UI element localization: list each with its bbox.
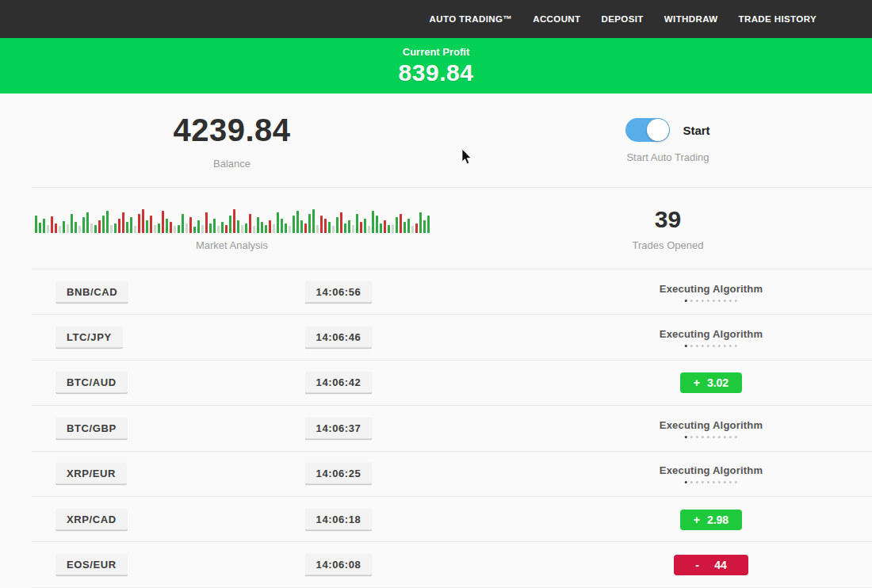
- pair-badge[interactable]: EOS/EUR: [55, 554, 128, 577]
- chart-bar: [98, 220, 101, 233]
- chart-bar: [166, 219, 168, 233]
- trade-status: -44: [674, 555, 748, 575]
- balance-value: 4239.84: [173, 113, 290, 148]
- time-badge[interactable]: 14:06:37: [305, 417, 373, 440]
- profit-badge: +3.02: [680, 372, 742, 393]
- nav-item-deposit[interactable]: DEPOSIT: [602, 14, 644, 24]
- auto-trading-block: Start Start Auto Trading: [464, 94, 872, 188]
- result-sign: +: [694, 514, 700, 526]
- nav-item-withdraw[interactable]: WITHDRAW: [664, 14, 718, 24]
- chart-bar: [82, 217, 85, 233]
- chart-bar: [197, 220, 200, 233]
- chart-bar: [122, 212, 124, 233]
- chart-bar: [269, 220, 271, 233]
- chart-bar: [233, 209, 235, 233]
- chart-bar: [245, 223, 247, 233]
- balance-label: Balance: [213, 158, 251, 170]
- nav-item-account[interactable]: ACCOUNT: [533, 14, 580, 24]
- chart-bar: [368, 226, 370, 233]
- chart-bar: [273, 224, 275, 233]
- chart-bar: [205, 212, 208, 233]
- time-badge[interactable]: 14:06:08: [305, 554, 373, 577]
- chart-bar: [332, 226, 335, 233]
- loss-badge: -44: [674, 555, 748, 575]
- chart-bar: [427, 216, 430, 233]
- chart-bar: [150, 216, 152, 233]
- trade-status: +2.98: [680, 510, 742, 530]
- chart-bar: [261, 222, 263, 233]
- chart-bar: [118, 219, 120, 233]
- profit-banner-label: Current Profit: [403, 46, 470, 58]
- pair-badge[interactable]: BNB/CAD: [55, 281, 128, 304]
- chart-bar: [403, 222, 406, 233]
- executing-label: Executing Algorithm: [660, 464, 763, 476]
- profit-banner: Current Profit 839.84: [0, 38, 872, 94]
- chart-bar: [316, 225, 319, 233]
- pair-badge[interactable]: LTC/JPY: [55, 326, 123, 349]
- trades-opened-value: 39: [655, 206, 681, 233]
- trades-opened-block: 39 Trades Opened: [464, 188, 872, 269]
- chart-bar: [344, 223, 346, 233]
- trade-status: Executing Algorithm: [660, 328, 763, 347]
- pair-badge[interactable]: XRP/EUR: [55, 463, 127, 486]
- chart-bar: [146, 220, 148, 233]
- result-sign: +: [694, 376, 700, 389]
- time-badge[interactable]: 14:06:56: [305, 281, 373, 304]
- progress-dots: [685, 300, 737, 302]
- nav-item-trade-history[interactable]: TRADE HISTORY: [739, 14, 817, 24]
- trades-opened-label: Trades Opened: [633, 239, 704, 251]
- chart-bar: [296, 211, 299, 233]
- chart-bar: [71, 214, 73, 233]
- chart-bar: [193, 227, 196, 233]
- nav-item-auto-trading[interactable]: AUTO TRADING™: [430, 14, 513, 24]
- time-badge[interactable]: 14:06:25: [305, 463, 373, 486]
- time-badge[interactable]: 14:06:46: [305, 326, 373, 349]
- chart-bar: [324, 219, 327, 233]
- chart-bar: [293, 216, 295, 233]
- pair-badge[interactable]: XRP/CAD: [55, 508, 128, 531]
- auto-trading-toggle[interactable]: [625, 118, 670, 142]
- chart-bar: [257, 217, 259, 233]
- chart-bar: [407, 219, 410, 233]
- chart-bar: [185, 223, 188, 233]
- chart-bar: [94, 225, 97, 233]
- chart-bar: [352, 225, 354, 233]
- nav-menu: AUTO TRADING™ACCOUNTDEPOSITWITHDRAWTRADE…: [430, 14, 817, 24]
- chart-bar: [213, 219, 216, 233]
- profit-banner-value: 839.84: [399, 59, 474, 86]
- chart-bar: [328, 222, 331, 233]
- market-analysis-block: Market Analysis: [0, 188, 464, 269]
- chart-bar: [189, 217, 192, 233]
- toggle-knob: [647, 119, 669, 141]
- chart-bar: [182, 214, 184, 233]
- chart-bar: [51, 216, 53, 233]
- chart-bar: [126, 222, 128, 233]
- chart-bar: [281, 219, 283, 233]
- chart-bar: [364, 219, 366, 233]
- pair-badge[interactable]: BTC/GBP: [55, 417, 128, 440]
- chart-bar: [63, 221, 65, 233]
- progress-dots: [685, 481, 737, 483]
- time-badge[interactable]: 14:06:18: [305, 508, 373, 531]
- chart-bar: [217, 226, 220, 233]
- progress-dots: [685, 345, 737, 347]
- pair-badge[interactable]: BTC/AUD: [55, 372, 128, 395]
- trade-status: +3.02: [680, 372, 742, 393]
- chart-bar: [423, 220, 426, 233]
- chart-bar: [249, 214, 251, 233]
- trade-row: LTC/JPY 14:06:46 Executing Algorithm: [0, 315, 872, 360]
- trade-row: XRP/CAD 14:06:18 +2.98: [0, 497, 872, 542]
- chart-bar: [43, 219, 45, 233]
- chart-bar: [154, 225, 156, 233]
- trade-status: Executing Algorithm: [660, 419, 763, 438]
- chart-bar: [336, 217, 338, 233]
- chart-bar: [90, 223, 93, 233]
- executing-label: Executing Algorithm: [660, 328, 763, 340]
- chart-bar: [130, 217, 132, 233]
- trade-status: Executing Algorithm: [660, 464, 763, 483]
- time-badge[interactable]: 14:06:42: [305, 372, 373, 395]
- trade-list: BNB/CAD 14:06:56 Executing Algorithm LTC…: [0, 269, 872, 588]
- chart-bar: [158, 223, 160, 233]
- toggle-label: Start: [683, 124, 709, 137]
- stats-section: 4239.84 Balance Start Start Auto Trading: [0, 94, 872, 188]
